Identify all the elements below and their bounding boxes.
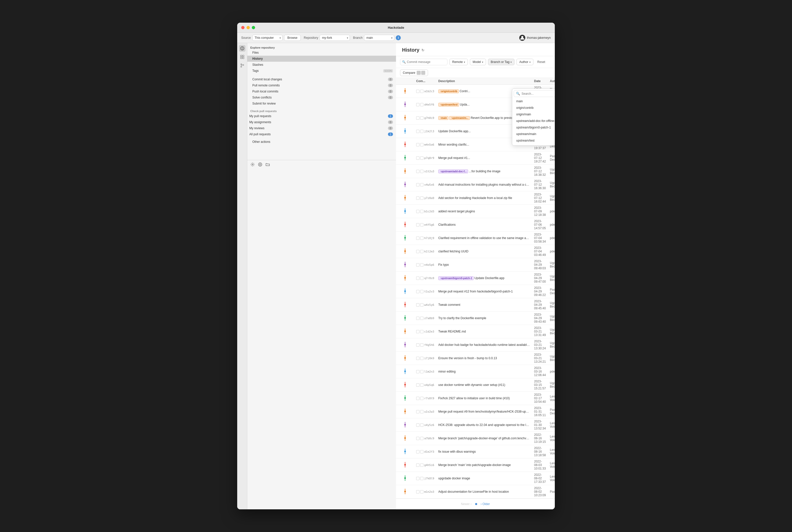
commit-checkbox-1[interactable] [416, 103, 420, 106]
table-row[interactable]: a7b8c9 Merge branch 'patch/upgrade-docke… [396, 432, 555, 445]
table-row[interactable]: f4g5h6 Add docker hub badge for hackolad… [396, 338, 555, 352]
source-select-wrapper[interactable]: This computer [252, 35, 282, 41]
commit-checkbox-1[interactable] [416, 90, 420, 93]
commit-checkbox-2[interactable] [420, 103, 423, 106]
commit-checkbox-2[interactable] [420, 317, 423, 320]
commit-checkbox-2[interactable] [420, 290, 423, 293]
commit-checkbox-1[interactable] [416, 410, 420, 413]
branch-nav-icon[interactable] [239, 62, 245, 69]
dropdown-search-wrapper[interactable]: 🔍 [514, 90, 555, 97]
table-row[interactable]: k1l2m3 clarified fetching UUID2023-07-04… [396, 245, 555, 258]
commit-checkbox-1[interactable] [416, 437, 420, 440]
commit-checkbox-1[interactable] [416, 490, 420, 493]
dropdown-item[interactable]: upstream/add-doc-for-offline-installatio… [514, 118, 555, 124]
commit-checkbox-2[interactable] [420, 116, 423, 120]
table-row[interactable]: b1c2d3 added recent target plugins2023-0… [396, 205, 555, 218]
commit-checkbox-1[interactable] [416, 317, 420, 320]
commit-checkbox-1[interactable] [416, 370, 420, 373]
table-row[interactable]: y7z8a9 Add section for installing Hackol… [396, 191, 555, 205]
table-row[interactable]: m1n2o3 Adjust documentation for LicenseF… [396, 485, 555, 498]
commit-checkbox-1[interactable] [416, 303, 420, 307]
commit-checkbox-1[interactable] [416, 477, 420, 480]
commit-checkbox-2[interactable] [420, 90, 423, 93]
table-row[interactable]: g4h5i6 Merge branch 'main' into patch/up… [396, 458, 555, 472]
dropdown-item[interactable]: main [514, 98, 555, 104]
commit-checkbox-2[interactable] [420, 210, 423, 213]
commit-checkbox-2[interactable] [420, 423, 423, 427]
search-input[interactable] [400, 59, 447, 65]
table-row[interactable]: i7j8k9 Ensure the version is fresh - bum… [396, 352, 555, 365]
newer-button[interactable]: Newer ‹ [460, 501, 473, 507]
commit-checkbox-1[interactable] [416, 210, 420, 213]
dropdown-item[interactable]: upstream/main [514, 131, 555, 137]
sidebar-item-submit[interactable]: Submit for review [247, 100, 396, 107]
table-row[interactable]: d1e2f3 fix issue with dbus warnings2022-… [396, 445, 555, 458]
table-row[interactable]: w4x5y6 Tweak comment2023-04-29 09:45:40U… [396, 298, 555, 311]
table-row[interactable]: o4p5q6 use docker runtime with dynamic u… [396, 378, 555, 392]
sidebar-item-reviews[interactable]: My reviews 0 [247, 125, 396, 131]
table-row[interactable]: s1t2u3 ↑upstream/add-doc-f......for buil… [396, 165, 555, 178]
sidebar-item-history[interactable]: History [247, 56, 396, 62]
commit-checkbox-1[interactable] [416, 196, 420, 200]
sidebar-item-assignments[interactable]: My assignments 0 [247, 119, 396, 125]
settings-icon[interactable] [250, 162, 255, 168]
table-row[interactable]: r7s8t9 Fix/hck 2927 allow to initialize … [396, 392, 555, 405]
commit-checkbox-2[interactable] [420, 477, 423, 480]
close-button[interactable] [241, 26, 244, 29]
table-row[interactable]: x4y5z6 HCK-2538: upgrade ubuntu to 22.04… [396, 418, 555, 432]
commit-checkbox-1[interactable] [416, 116, 420, 120]
branch-select[interactable]: main [364, 35, 394, 41]
commit-checkbox-1[interactable] [416, 277, 420, 280]
commit-checkbox-2[interactable] [420, 410, 423, 413]
explore-nav-icon[interactable] [239, 45, 245, 52]
commit-checkbox-1[interactable] [416, 343, 420, 347]
commit-checkbox-2[interactable] [420, 277, 423, 280]
dropdown-search-input[interactable] [521, 92, 555, 95]
commit-checkbox-2[interactable] [420, 397, 423, 400]
table-row[interactable]: u1v2w3 Merge pull request #9 from lenchv… [396, 405, 555, 418]
commit-checkbox-2[interactable] [420, 330, 423, 333]
repo-select[interactable]: my-fork [320, 35, 350, 41]
commit-checkbox-1[interactable] [416, 170, 420, 173]
commit-checkbox-2[interactable] [420, 196, 423, 200]
dropdown-item[interactable]: origin/contrib [514, 104, 555, 111]
table-row[interactable]: q7r8s9 ↑upstream/bigorn0-patch-1Update D… [396, 271, 555, 285]
sidebar-item-commit[interactable]: Commit local changes 0 [247, 76, 396, 82]
commit-checkbox-2[interactable] [420, 223, 423, 226]
table-row[interactable]: p7q8r9 Merge pull request #1...2023-07-1… [396, 151, 555, 165]
commit-checkbox-2[interactable] [420, 343, 423, 347]
reset-button[interactable]: Reset [535, 59, 547, 65]
table-row[interactable]: t1u2v3 Merge pull request #12 from hacko… [396, 285, 555, 298]
compare-button[interactable]: Compare [400, 70, 428, 76]
commit-checkbox-1[interactable] [416, 223, 420, 226]
commit-checkbox-1[interactable] [416, 423, 420, 427]
sidebar-item-pull[interactable]: Pull remote commits 0 [247, 82, 396, 89]
commit-checkbox-2[interactable] [420, 170, 423, 173]
dropdown-item[interactable]: upstream/test [514, 137, 555, 144]
source-select[interactable]: This computer [252, 35, 282, 41]
commit-checkbox-2[interactable] [420, 303, 423, 307]
folder-icon[interactable] [265, 162, 270, 168]
remote-filter-btn[interactable]: Remote ▾ [449, 59, 468, 65]
commit-checkbox-2[interactable] [420, 250, 423, 253]
commit-checkbox-1[interactable] [416, 130, 420, 133]
table-row[interactable]: v4w5x6 Add manual instructions for insta… [396, 178, 555, 191]
sidebar-item-all-pulls[interactable]: All pull requests 1 [247, 131, 396, 137]
commit-checkbox-2[interactable] [420, 490, 423, 493]
author-filter-btn[interactable]: Author ▾ [516, 59, 533, 65]
sidebar-item-tags[interactable]: Tags SOON [247, 68, 396, 74]
commit-checkbox-2[interactable] [420, 183, 423, 186]
sidebar-item-other[interactable]: Other actions [247, 139, 396, 145]
repo-select-wrapper[interactable]: my-fork [320, 35, 350, 41]
commit-checkbox-1[interactable] [416, 156, 420, 160]
dropdown-item[interactable]: upstream/bigorn0-patch-1 [514, 124, 555, 131]
commit-checkbox-1[interactable] [416, 263, 420, 266]
search-wrapper[interactable]: 🔍 [400, 59, 447, 65]
commit-checkbox-1[interactable] [416, 357, 420, 360]
commit-checkbox-1[interactable] [416, 330, 420, 333]
commit-checkbox-2[interactable] [420, 130, 423, 133]
info-icon[interactable]: i [396, 35, 401, 40]
refresh-icon[interactable]: ↻ [421, 48, 424, 52]
commit-checkbox-1[interactable] [416, 250, 420, 253]
minimize-button[interactable] [246, 26, 250, 29]
